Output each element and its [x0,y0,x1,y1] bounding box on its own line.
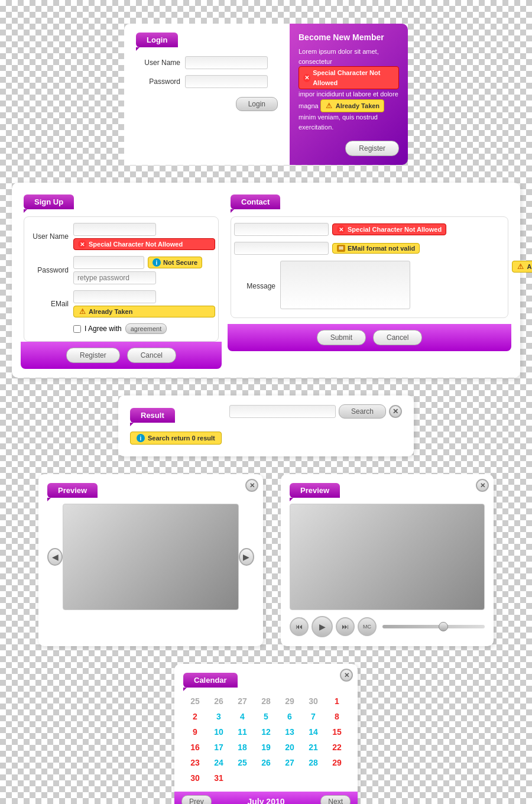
calendar-day[interactable]: 4 [231,709,254,724]
play-button[interactable]: ▶ [312,616,333,637]
prev-arrow-button[interactable]: ◀ [47,548,63,566]
login-password-input[interactable] [185,75,268,88]
calendar-day[interactable]: 9 [183,724,207,740]
volume-button[interactable]: MC [358,617,377,636]
calendar-day[interactable]: 10 [207,724,231,740]
signup-username-label: User Name [27,232,69,241]
calendar-day[interactable]: 26 [254,755,278,770]
calendar-day[interactable]: 18 [231,740,254,755]
contact-buttons-bar: Submit Cancel [228,324,511,351]
calendar-day[interactable]: 21 [301,740,325,755]
contact-field2-row: ✉ EMail format not valid [234,242,505,255]
calendar-day[interactable]: 8 [325,709,349,724]
calendar-day[interactable] [325,770,349,786]
agreement-link[interactable]: agreement [125,323,167,334]
calendar-day[interactable]: 12 [254,724,278,740]
contact-cancel-button[interactable]: Cancel [373,330,422,345]
calendar-tab[interactable]: Calendar [183,673,238,688]
calendar-day[interactable]: 27 [278,755,301,770]
calendar-day[interactable]: 25 [231,755,254,770]
preview-right-tab[interactable]: Preview [290,483,340,498]
signup-retype-input[interactable] [73,271,156,284]
calendar-day[interactable]: 22 [325,740,349,755]
register-button[interactable]: Register [345,141,399,156]
result-tab[interactable]: Result [130,408,175,423]
calendar-grid: 2526272829301234567891011121314151617181… [183,693,349,786]
calendar-day[interactable]: 7 [301,709,325,724]
calendar-day[interactable]: 13 [278,724,301,740]
calendar-day[interactable]: 15 [325,724,349,740]
contact-field1-input[interactable] [234,223,329,236]
login-tab[interactable]: Login [136,33,178,47]
calendar-day[interactable]: 27 [231,693,254,709]
contact-message-textarea[interactable] [280,261,410,309]
calendar-day[interactable]: 26 [207,693,231,709]
next-arrow-button[interactable]: ▶ [239,548,254,566]
calendar-day[interactable]: 3 [207,709,231,724]
skip-forward-button[interactable]: ⏭ [336,617,355,636]
login-username-input[interactable] [185,56,268,69]
search-clear-button[interactable]: ✕ [389,405,402,418]
volume-slider[interactable] [382,625,485,628]
calendar-day[interactable]: 29 [278,693,301,709]
signup-username-row: User Name ✕ Special Character Not Allowe… [27,223,215,250]
calendar-day[interactable]: 25 [183,693,207,709]
calendar-day[interactable]: 1 [325,693,349,709]
warn-icon-3: ⚠ [517,262,525,271]
calendar-day[interactable]: 14 [301,724,325,740]
calendar-day[interactable]: 29 [325,755,349,770]
preview-left-tab[interactable]: Preview [47,483,98,498]
search-button[interactable]: Search [339,404,386,419]
signup-username-input[interactable] [73,223,156,236]
calendar-day[interactable]: 23 [183,755,207,770]
already-taken-badge: ⚠ Already Taken [320,99,384,113]
login-right-section: Become New Member Lorem ipsum dolor sit … [290,24,408,165]
contact-tab[interactable]: Contact [231,194,280,209]
calendar-day[interactable]: 28 [254,693,278,709]
calendar-day[interactable] [278,770,301,786]
calendar-day[interactable] [231,770,254,786]
calendar-day[interactable]: 24 [207,755,231,770]
signup-already-taken-badge: ⚠ Already Taken [73,306,215,317]
signup-section: Sign Up User Name ✕ Special Character No… [24,194,219,366]
preview-left-close-button[interactable]: ✕ [245,479,258,492]
calendar-day[interactable]: 19 [254,740,278,755]
contact-submit-button[interactable]: Submit [317,330,366,345]
calendar-day[interactable]: 16 [183,740,207,755]
signup-cancel-button[interactable]: Cancel [127,348,176,363]
calendar-day[interactable]: 28 [301,755,325,770]
signup-password-input[interactable] [73,256,144,269]
preview-right-close-button[interactable]: ✕ [476,479,489,492]
signup-contact-panel: Sign Up User Name ✕ Special Character No… [12,183,520,378]
skip-back-button[interactable]: ⏮ [290,617,309,636]
calendar-day[interactable]: 5 [254,709,278,724]
become-member-title: Become New Member [299,33,399,42]
calendar-day[interactable]: 20 [278,740,301,755]
calendar-day[interactable]: 2 [183,709,207,724]
signup-tab[interactable]: Sign Up [24,194,74,209]
calendar-day[interactable]: 6 [278,709,301,724]
calendar-day[interactable] [301,770,325,786]
error-x-icon-3: ✕ [337,225,345,234]
calendar-day[interactable] [254,770,278,786]
signup-register-button[interactable]: Register [66,348,120,363]
calendar-day[interactable]: 31 [207,770,231,786]
signup-form-border: User Name ✕ Special Character Not Allowe… [24,216,219,342]
calendar-prev-button[interactable]: Prev [181,795,212,804]
warn-icon-2: ⚠ [78,307,86,316]
calendar-next-button[interactable]: Next [320,795,351,804]
signup-password-label: Password [27,266,69,274]
signup-email-label: EMail [27,300,69,308]
contact-field2-input[interactable] [234,242,329,255]
signup-email-input[interactable] [73,290,156,303]
media-controls: ⏮ ▶ ⏭ MC [290,616,485,637]
agree-checkbox[interactable] [73,325,81,333]
calendar-day[interactable]: 30 [301,693,325,709]
calendar-day[interactable]: 17 [207,740,231,755]
calendar-day[interactable]: 30 [183,770,207,786]
calendar-close-button[interactable]: ✕ [340,669,353,682]
search-input[interactable] [229,405,336,418]
login-button[interactable]: Login [236,97,278,111]
volume-knob[interactable] [439,622,448,631]
calendar-day[interactable]: 11 [231,724,254,740]
